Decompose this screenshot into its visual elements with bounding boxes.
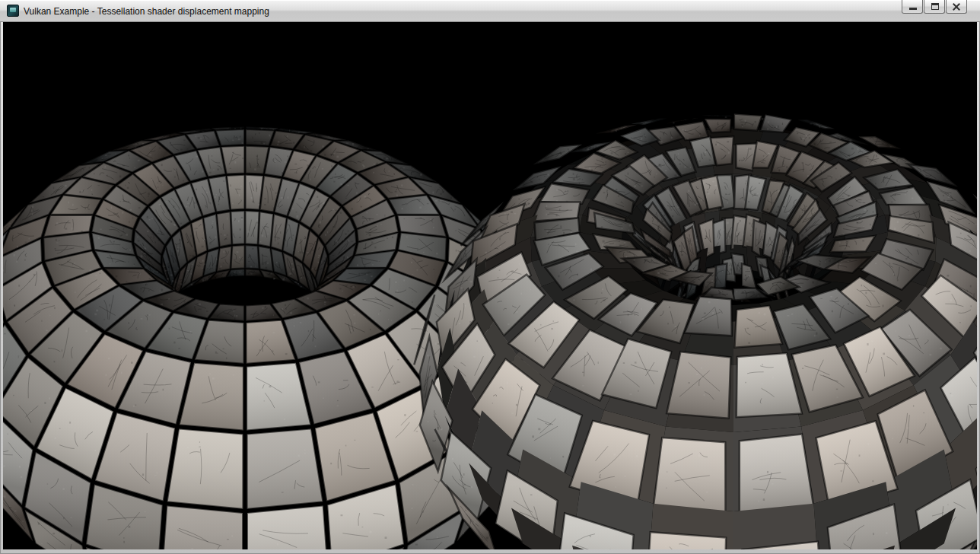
- close-button[interactable]: [946, 0, 967, 14]
- app-icon[interactable]: [7, 5, 19, 17]
- minimize-button[interactable]: [902, 0, 923, 14]
- app-window: Vulkan Example - Tessellation shader dis…: [0, 0, 980, 554]
- maximize-button[interactable]: [924, 0, 945, 14]
- minimize-icon: [909, 8, 917, 10]
- maximize-icon: [931, 3, 939, 10]
- render-viewport[interactable]: [3, 22, 977, 549]
- window-controls: [901, 0, 967, 14]
- window-title: Vulkan Example - Tessellation shader dis…: [24, 5, 269, 17]
- close-icon: [952, 2, 961, 11]
- titlebar[interactable]: Vulkan Example - Tessellation shader dis…: [0, 0, 980, 22]
- vulkan-render-canvas[interactable]: [3, 22, 977, 549]
